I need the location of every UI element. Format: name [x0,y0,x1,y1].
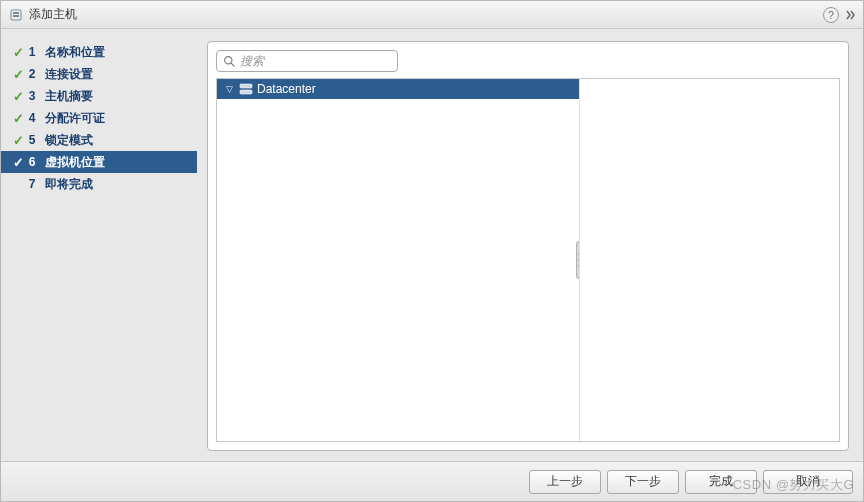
back-button[interactable]: 上一步 [529,470,601,494]
step-label: 连接设置 [45,66,93,83]
svg-point-8 [578,259,580,261]
svg-point-7 [578,253,580,255]
step-number: 6 [25,155,39,169]
step-number: 1 [25,45,39,59]
step-number: 5 [25,133,39,147]
tree-pane[interactable]: ▽ Datacenter [217,79,580,441]
tree-node-datacenter[interactable]: ▽ Datacenter [217,79,579,99]
search-icon [223,55,236,68]
wizard-steps: ✓ 1 名称和位置 ✓ 2 连接设置 ✓ 3 主机摘要 ✓ 4 分配许可证 ✓ [1,29,197,461]
svg-point-9 [578,265,580,267]
step-number: 2 [25,67,39,81]
host-icon [9,8,23,22]
detail-pane [580,79,839,441]
svg-rect-1 [13,12,19,14]
dialog-title: 添加主机 [29,6,77,23]
check-icon: ✓ [11,45,25,60]
next-button[interactable]: 下一步 [607,470,679,494]
step-number: 4 [25,111,39,125]
dialog-body: ✓ 1 名称和位置 ✓ 2 连接设置 ✓ 3 主机摘要 ✓ 4 分配许可证 ✓ [1,29,863,461]
check-icon: ✓ [11,111,25,126]
step-ready[interactable]: 7 即将完成 [1,173,197,195]
step-label: 主机摘要 [45,88,93,105]
tree-area: ▽ Datacenter [216,78,840,442]
check-icon: ✓ [11,67,25,82]
svg-rect-5 [240,84,252,88]
svg-line-4 [231,63,234,66]
tree-node-label: Datacenter [257,82,316,96]
step-connection[interactable]: ✓ 2 连接设置 [1,63,197,85]
step-number: 3 [25,89,39,103]
step-license[interactable]: ✓ 4 分配许可证 [1,107,197,129]
step-label: 即将完成 [45,176,93,193]
step-name-location[interactable]: ✓ 1 名称和位置 [1,41,197,63]
svg-rect-2 [13,15,19,17]
step-label: 分配许可证 [45,110,105,127]
dialog-footer: 上一步 下一步 完成 取消 [1,461,863,501]
step-label: 锁定模式 [45,132,93,149]
search-input[interactable] [240,54,391,68]
check-icon: ✓ [11,133,25,148]
svg-rect-6 [240,90,252,94]
datacenter-icon [239,82,253,96]
titlebar: 添加主机 ? [1,1,863,29]
finish-button[interactable]: 完成 [685,470,757,494]
step-summary[interactable]: ✓ 3 主机摘要 [1,85,197,107]
splitter-handle[interactable] [576,241,580,279]
step-number: 7 [25,177,39,191]
step-lockdown[interactable]: ✓ 5 锁定模式 [1,129,197,151]
collapse-icon[interactable]: ▽ [223,83,235,95]
search-wrap[interactable] [216,50,398,72]
svg-point-3 [225,56,232,63]
cancel-button[interactable]: 取消 [763,470,853,494]
help-icon[interactable]: ? [823,7,839,23]
search-row [216,50,840,72]
titlebar-actions: ? [823,1,859,29]
add-host-dialog: 添加主机 ? ✓ 1 名称和位置 ✓ 2 连接设置 ✓ 3 主机摘要 [0,0,864,502]
step-vm-location[interactable]: ✓ 6 虚拟机位置 [1,151,197,173]
step-label: 名称和位置 [45,44,105,61]
main-panel-wrap: ▽ Datacenter [197,29,863,461]
check-icon: ✓ [11,155,25,170]
main-panel: ▽ Datacenter [207,41,849,451]
step-label: 虚拟机位置 [45,154,105,171]
expand-icon[interactable] [843,7,859,23]
check-icon: ✓ [11,89,25,104]
